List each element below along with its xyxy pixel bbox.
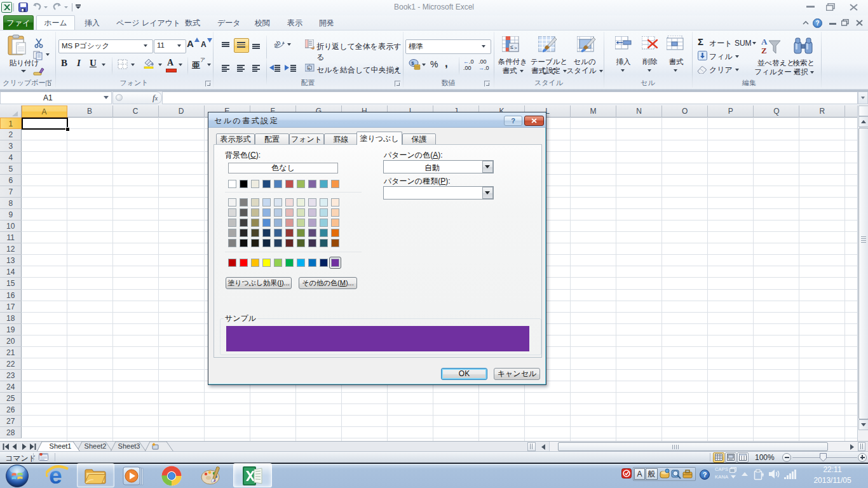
svg-text:A: A [761, 37, 768, 46]
svg-text:$: $ [411, 60, 414, 66]
svg-text:≤: ≤ [510, 44, 513, 50]
svg-text:>: > [514, 45, 517, 51]
svg-text:Z: Z [761, 46, 767, 55]
